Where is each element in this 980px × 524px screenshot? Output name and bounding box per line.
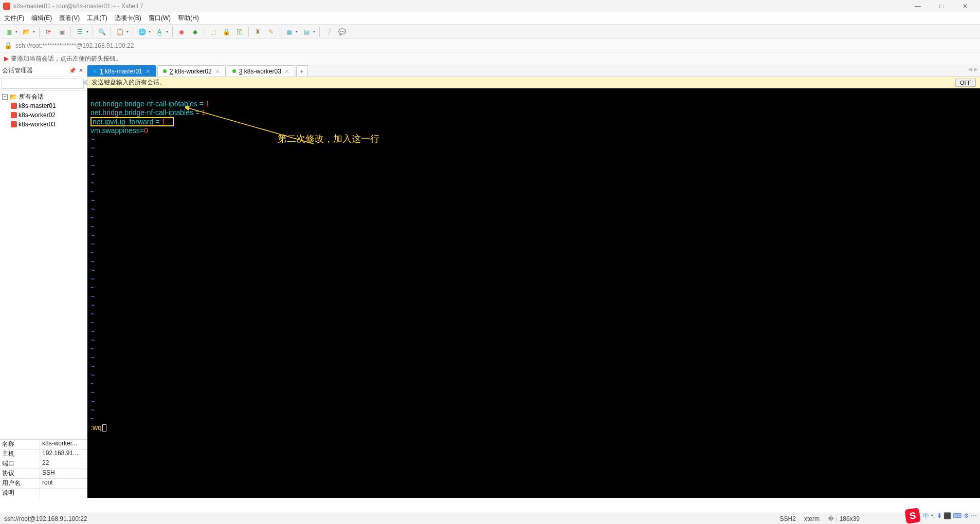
tree-item[interactable]: k8s-master01 [1, 101, 86, 110]
tree-item-label: k8s-worker03 [19, 121, 56, 128]
window-titlebar: k8s-master01 - root@k8s-master01:~ - Xsh… [0, 0, 980, 12]
panel-close-icon[interactable]: ✕ [77, 67, 85, 74]
address-bar[interactable]: 🔒 ssh://root:**************@192.168.91.1… [0, 39, 980, 52]
address-text: ssh://root:**************@192.168.91.100… [15, 42, 134, 49]
vim-command: :wq [90, 423, 102, 432]
status-dot-icon [93, 69, 97, 73]
close-button[interactable]: ✕ [953, 0, 977, 12]
status-size: � ⁞ 186x39 [828, 515, 860, 522]
prop-val: k8s-worker... [40, 440, 87, 449]
menu-window[interactable]: 窗口(W) [149, 14, 171, 23]
tab-k8s-master01[interactable]: 1 k8s-master01 ✕ [87, 65, 156, 77]
session-search-input[interactable] [2, 79, 84, 89]
open-folder-icon[interactable]: 📂 [22, 27, 31, 36]
tab-close-icon[interactable]: ✕ [146, 68, 151, 75]
menu-tabs[interactable]: 选项卡(B) [115, 14, 141, 23]
lock-icon[interactable]: 🔒 [222, 27, 231, 36]
search-icon[interactable]: 🔍 [97, 27, 106, 36]
status-address: ssh://root@192.168.91.100:22 [4, 515, 87, 522]
hint-bar: ▶ 要添加当前会话，点击左侧的箭头按钮。 [0, 52, 980, 65]
highlight-box: net.ipv4.ip_forward = 1 [90, 117, 174, 126]
session-manager-panel: 会话管理器 📌 ✕ 🔍 − 📂 所有会话 k8s-master01 k8s-wo… [0, 65, 87, 498]
prop-key: 名称 [0, 440, 40, 449]
tree-item[interactable]: k8s-worker02 [1, 110, 86, 120]
font-icon[interactable]: A̲ [155, 27, 164, 36]
add-tab-button[interactable]: + [296, 65, 307, 77]
status-dot-icon [163, 69, 167, 73]
broadcast-bar: 发送键盘输入的所有会话。 OFF [87, 77, 980, 88]
pin-icon[interactable]: 📌 [68, 67, 77, 74]
companion-icon[interactable]: ◉ [177, 27, 186, 36]
menu-help[interactable]: 帮助(H) [178, 14, 199, 23]
new-session-icon[interactable]: ▥ [4, 27, 13, 36]
menu-view[interactable]: 查看(V) [59, 14, 80, 23]
properties-icon[interactable]: ☰ [75, 27, 84, 36]
tool-a-icon[interactable]: ⬚ [208, 27, 217, 36]
menu-edit[interactable]: 编辑(E) [31, 14, 52, 23]
folder-icon: 📂 [9, 93, 17, 101]
prop-key: 协议 [0, 469, 40, 478]
tab-label: k8s-worker03 [244, 68, 281, 75]
toolbar: ▥▾ 📂▾ ⟳ ▣ ☰▾ 🔍 📋▾ 🌐▾ A̲▾ ◉ ◆ ⬚ 🔒 ⚿ ♜ ✎ ▦… [0, 25, 980, 39]
collapse-icon[interactable]: − [2, 94, 8, 100]
reconnect-icon[interactable]: ⟳ [44, 27, 53, 36]
prop-key: 主机 [0, 450, 40, 459]
ime-status: 中 •, ⬇ ⬛ ⌨ ⚙ ⋯ [923, 512, 977, 520]
ssl-lock-icon: 🔒 [4, 42, 12, 49]
panel-title: 会话管理器 [2, 66, 68, 75]
highlight-icon[interactable]: ✎ [266, 27, 276, 36]
prop-val [40, 489, 87, 498]
menu-tools[interactable]: 工具(T) [87, 14, 107, 23]
sogou-icon[interactable] [905, 508, 921, 524]
term-line: net.bridge.bridge-nf-call-iptables [90, 108, 193, 117]
tab-close-icon[interactable]: ✕ [284, 68, 289, 75]
prop-key: 用户名 [0, 479, 40, 488]
tree-root[interactable]: − 📂 所有会话 [1, 92, 86, 101]
prop-key: 端口 [0, 459, 40, 469]
tab-nav[interactable]: ◀ ▶ [968, 66, 978, 72]
host-icon [11, 121, 17, 127]
castle-icon[interactable]: ♜ [253, 27, 262, 36]
tab-close-icon[interactable]: ✕ [215, 68, 220, 75]
tab-label: k8s-worker02 [175, 68, 212, 75]
layout1-icon[interactable]: ▦ [284, 27, 294, 36]
disconnect-icon[interactable]: ▣ [57, 27, 66, 36]
xftp-icon[interactable]: ◆ [190, 27, 199, 36]
tab-num: 2 [170, 68, 173, 75]
tab-k8s-worker02[interactable]: 2 k8s-worker02 ✕ [157, 65, 226, 77]
session-properties: 名称k8s-worker... 主机192.168.91.... 端口22 协议… [0, 439, 87, 498]
maximize-button[interactable]: □ [930, 0, 953, 12]
prop-val: SSH [40, 469, 87, 478]
tree-root-label: 所有会话 [19, 92, 44, 101]
tree-item-label: k8s-worker02 [19, 111, 56, 119]
help-icon[interactable]: ❔ [324, 27, 333, 36]
host-icon [11, 103, 17, 109]
tab-k8s-worker03[interactable]: 3 k8s-worker03 ✕ [227, 65, 295, 77]
cursor [102, 424, 106, 432]
terminal[interactable]: net.bridge.bridge-nf-call-ip6tables = 1 … [87, 88, 980, 498]
copy-icon[interactable]: 📋 [115, 27, 124, 36]
session-tree[interactable]: − 📂 所有会话 k8s-master01 k8s-worker02 k8s-w… [0, 91, 87, 439]
tab-num: 1 [100, 68, 103, 75]
annotation-arrow [185, 105, 319, 152]
prop-val: 22 [40, 459, 87, 469]
minimize-button[interactable]: — [906, 0, 930, 12]
window-title: k8s-master01 - root@k8s-master01:~ - Xsh… [13, 3, 906, 10]
hint-text: 要添加当前会话，点击左侧的箭头按钮。 [11, 54, 122, 63]
status-bar: ssh://root@192.168.91.100:22 SSH2 xterm … [0, 513, 980, 524]
prop-val: 192.168.91.... [40, 450, 87, 459]
chat-icon[interactable]: 💬 [337, 27, 347, 36]
app-icon [3, 3, 10, 10]
flag-icon: ▶ [4, 55, 9, 62]
annotation-text: 第二次修改，加入这一行 [278, 135, 379, 143]
menu-file[interactable]: 文件(F) [4, 14, 24, 23]
term-line: vm.swappiness [90, 126, 140, 135]
globe-icon[interactable]: 🌐 [137, 27, 147, 36]
tree-item[interactable]: k8s-worker03 [1, 120, 86, 129]
tab-num: 3 [239, 68, 243, 75]
key-icon[interactable]: ⚿ [235, 27, 244, 36]
ime-tray[interactable]: 中 •, ⬇ ⬛ ⌨ ⚙ ⋯ [905, 509, 977, 523]
term-line: net.bridge.bridge-nf-call-ip6tables [90, 100, 197, 108]
layout2-icon[interactable]: ▤ [302, 27, 311, 36]
broadcast-toggle-button[interactable]: OFF [955, 79, 976, 87]
